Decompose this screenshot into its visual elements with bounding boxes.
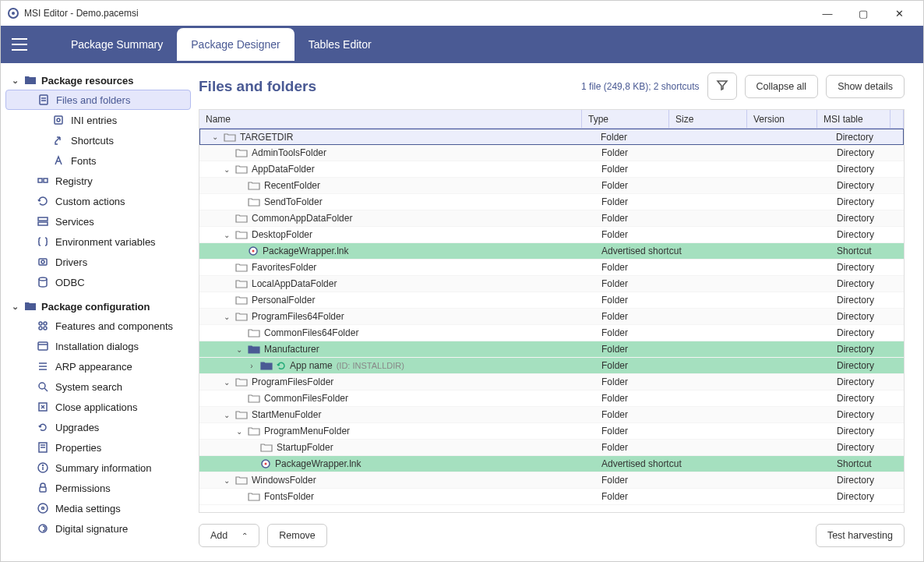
row-name: AppDataFolder: [252, 164, 315, 175]
row-type: Folder: [595, 196, 682, 207]
table-row[interactable]: CommonAppDataFolder Folder Directory: [199, 210, 904, 227]
filter-button[interactable]: [707, 72, 737, 100]
menu-button[interactable]: [12, 34, 34, 55]
sidebar-item-upgrades[interactable]: Upgrades: [5, 417, 191, 437]
sidebar-item-custom[interactable]: Custom actions: [5, 191, 191, 211]
sidebar-item-signature[interactable]: Digital signature: [5, 518, 191, 539]
tree-expand-icon[interactable]: ⌄: [235, 345, 244, 354]
remove-button[interactable]: Remove: [267, 524, 327, 547]
tree-expand-icon[interactable]: ⌄: [222, 313, 231, 321]
table-row[interactable]: ⌄ StartMenuFolder Folder Directory: [199, 407, 904, 423]
table-row[interactable]: ⌄ ProgramFiles64Folder Folder Directory: [199, 309, 904, 325]
table-row[interactable]: ⌄ ProgramFilesFolder Folder Directory: [199, 374, 904, 391]
maximize-button[interactable]: ▢: [845, 1, 881, 26]
col-size[interactable]: Size: [669, 110, 747, 128]
tree-expand-icon[interactable]: ›: [247, 362, 256, 370]
table-row[interactable]: SendToFolder Folder Directory: [199, 194, 904, 210]
sidebar-group-config[interactable]: ⌄ Package configuration: [5, 297, 191, 316]
sidebar-item-services[interactable]: Services: [5, 211, 191, 232]
close-button[interactable]: ✕: [881, 1, 917, 26]
row-name: SendToFolder: [264, 196, 323, 207]
table-row[interactable]: ⌄ DesktopFolder Folder Directory: [199, 227, 904, 243]
folder-icon: [235, 312, 248, 321]
table-row[interactable]: StartupFolder Folder Directory: [199, 440, 904, 456]
collapse-all-button[interactable]: Collapse all: [745, 75, 819, 98]
row-name: StartMenuFolder: [252, 409, 321, 420]
show-details-button[interactable]: Show details: [826, 75, 905, 98]
svg-rect-5: [55, 116, 62, 124]
tab-tables[interactable]: Tables Editor: [294, 28, 386, 61]
table-row[interactable]: ⌄ WindowsFolder Folder Directory: [199, 472, 904, 489]
sidebar-item-media[interactable]: Media settings: [5, 498, 191, 518]
table-row[interactable]: ⌄ ProgramMenuFolder Folder Directory: [199, 423, 904, 440]
col-type[interactable]: Type: [582, 110, 669, 128]
col-msi[interactable]: MSI table: [817, 110, 890, 128]
odbc-icon: [37, 276, 49, 288]
sidebar-item-registry[interactable]: Registry: [5, 171, 191, 191]
sidebar-item-envvars[interactable]: Environment variables: [5, 232, 191, 252]
table-row[interactable]: PersonalFolder Folder Directory: [199, 292, 904, 309]
tree-expand-icon[interactable]: ⌄: [222, 476, 231, 485]
tree-expand-icon[interactable]: ⌄: [222, 378, 231, 387]
svg-rect-18: [38, 342, 48, 350]
row-type: Folder: [595, 180, 682, 191]
col-version[interactable]: Version: [747, 110, 817, 128]
sidebar-item-search[interactable]: System search: [5, 376, 191, 397]
sidebar-item-files[interactable]: Files and folders: [5, 90, 191, 110]
tree-expand-icon[interactable]: ⌄: [222, 411, 231, 419]
row-msi: Directory: [831, 376, 904, 387]
table-row[interactable]: RecentFolder Folder Directory: [199, 178, 904, 194]
sidebar-item-arp[interactable]: ARP appearance: [5, 356, 191, 376]
tree-expand-icon[interactable]: ⌄: [222, 231, 231, 239]
sidebar-item-summaryinfo[interactable]: Summary information: [5, 458, 191, 478]
search-icon: [37, 380, 49, 393]
row-name: CommonFiles64Folder: [264, 327, 358, 338]
tree-expand-icon[interactable]: ⌄: [235, 427, 244, 436]
table-row[interactable]: AdminToolsFolder Folder Directory: [199, 145, 904, 161]
row-type: Folder: [595, 147, 682, 158]
row-type: Folder: [595, 409, 682, 420]
row-msi: Directory: [831, 196, 904, 207]
sidebar-item-properties[interactable]: Properties: [5, 437, 191, 458]
table-body[interactable]: ⌄ TARGETDIR Folder Directory AdminToolsF…: [199, 129, 904, 512]
minimize-button[interactable]: —: [809, 1, 845, 26]
sidebar-item-ini[interactable]: INI entries: [5, 110, 191, 130]
shortcut-file-icon: [248, 246, 259, 256]
tab-designer[interactable]: Package Designer: [177, 28, 294, 61]
table-row[interactable]: FavoritesFolder Folder Directory: [199, 260, 904, 276]
folder-icon: [235, 230, 248, 239]
test-harvesting-button[interactable]: Test harvesting: [816, 524, 905, 547]
main-tabs: Package Summary Package Designer Tables …: [1, 26, 923, 63]
folder-icon: [235, 148, 248, 157]
installdir-label: (ID: INSTALLDIR): [337, 361, 404, 370]
folder-icon: [248, 492, 260, 501]
table-row[interactable]: › App name (ID: INSTALLDIR) Folder Direc…: [199, 358, 904, 374]
sidebar-item-features[interactable]: Features and components: [5, 316, 191, 336]
row-msi: Directory: [831, 393, 904, 404]
sidebar-group-resources[interactable]: ⌄ Package resources: [5, 71, 191, 90]
table-row[interactable]: PackageWrapper.lnk Advertised shortcut S…: [199, 243, 904, 260]
row-name: LocalAppDataFolder: [252, 278, 337, 289]
tab-summary[interactable]: Package Summary: [57, 28, 177, 61]
sidebar-item-close[interactable]: Close applications: [5, 397, 191, 417]
table-row[interactable]: ⌄ AppDataFolder Folder Directory: [199, 161, 904, 178]
table-row[interactable]: CommonFiles64Folder Folder Directory: [199, 325, 904, 341]
table-row[interactable]: FontsFolder Folder Directory: [199, 489, 904, 505]
sidebar-item-drivers[interactable]: Drivers: [5, 252, 191, 272]
table-row[interactable]: ⌄ Manufacturer Folder Directory: [199, 341, 904, 358]
table-row[interactable]: LocalAppDataFolder Folder Directory: [199, 276, 904, 292]
sidebar-item-fonts[interactable]: Fonts: [5, 150, 191, 171]
table-row[interactable]: PackageWrapper.lnk Advertised shortcut S…: [199, 456, 904, 472]
col-name[interactable]: Name: [199, 110, 582, 128]
svg-point-1: [12, 12, 15, 15]
sidebar-item-shortcuts[interactable]: Shortcuts: [5, 130, 191, 150]
add-button[interactable]: Add⌃: [199, 524, 259, 547]
table-row[interactable]: CommonFilesFolder Folder Directory: [199, 391, 904, 407]
row-type: Folder: [594, 132, 682, 143]
tree-expand-icon[interactable]: ⌄: [210, 133, 220, 141]
sidebar-item-odbc[interactable]: ODBC: [5, 272, 191, 292]
tree-expand-icon[interactable]: ⌄: [222, 165, 231, 174]
sidebar-item-permissions[interactable]: Permissions: [5, 478, 191, 498]
sidebar-item-dialogs[interactable]: Installation dialogs: [5, 336, 191, 356]
table-row[interactable]: ⌄ TARGETDIR Folder Directory: [199, 129, 904, 145]
